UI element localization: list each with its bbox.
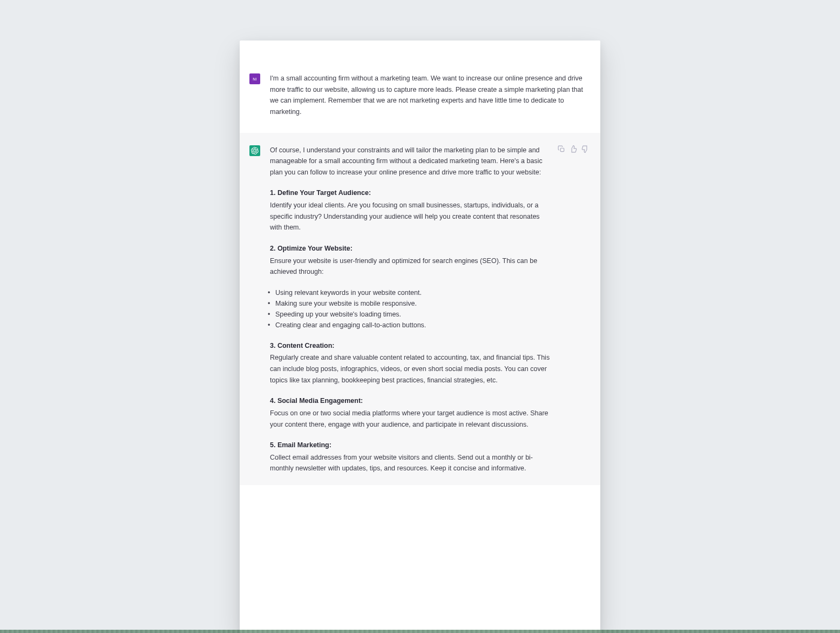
section-body: Identify your ideal clients. Are you foc… — [270, 200, 551, 233]
svg-rect-0 — [560, 148, 564, 151]
list-item: Using relevant keywords in your website … — [267, 287, 551, 298]
user-message: NI I'm a small accounting firm without a… — [240, 41, 600, 133]
section-3: 3. Content Creation: Regularly create an… — [270, 340, 551, 386]
section-body: Ensure your website is user-friendly and… — [270, 255, 551, 278]
section-body: Regularly create and share valuable cont… — [270, 352, 551, 386]
user-avatar-initials: NI — [253, 77, 257, 81]
section-body: Focus on one or two social media platfor… — [270, 408, 551, 430]
list-item: Creating clear and engaging call-to-acti… — [267, 320, 551, 331]
section-heading: 2. Optimize Your Website: — [270, 243, 551, 254]
thumbs-up-icon[interactable] — [569, 145, 578, 153]
list-item: Speeding up your website's loading times… — [267, 309, 551, 320]
thumbs-down-icon[interactable] — [581, 145, 590, 153]
section-heading: 5. Email Marketing: — [270, 440, 551, 451]
section-heading: 4. Social Media Engagement: — [270, 395, 551, 407]
message-actions — [557, 145, 590, 475]
section-1: 1. Define Your Target Audience: Identify… — [270, 187, 551, 233]
user-avatar: NI — [249, 73, 260, 84]
copy-icon[interactable] — [557, 145, 566, 153]
user-message-text: I'm a small accounting firm without a ma… — [270, 73, 590, 118]
section-5: 5. Email Marketing: Collect email addres… — [270, 440, 551, 474]
assistant-message: Of course, I understand your constraints… — [240, 133, 600, 486]
list-item: Making sure your website is mobile respo… — [267, 298, 551, 309]
assistant-intro: Of course, I understand your constraints… — [270, 145, 551, 178]
bullet-list: Using relevant keywords in your website … — [267, 287, 551, 331]
section-4: 4. Social Media Engagement: Focus on one… — [270, 395, 551, 430]
assistant-message-body: Of course, I understand your constraints… — [270, 145, 551, 475]
bottom-decoration — [0, 630, 840, 633]
assistant-avatar-icon — [249, 145, 260, 156]
section-heading: 3. Content Creation: — [270, 340, 551, 352]
section-body: Collect email addresses from your websit… — [270, 452, 551, 474]
section-heading: 1. Define Your Target Audience: — [270, 187, 551, 199]
section-2: 2. Optimize Your Website: Ensure your we… — [270, 243, 551, 278]
chat-card: NI I'm a small accounting firm without a… — [240, 41, 600, 633]
